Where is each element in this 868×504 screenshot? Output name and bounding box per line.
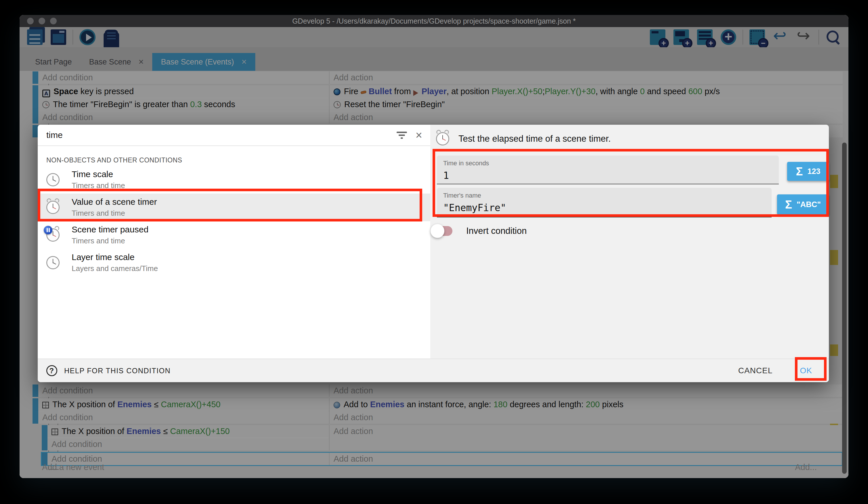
clock-icon <box>46 256 60 269</box>
condition-item-value-of-a-scene-timer[interactable]: Value of a scene timerTimers and time <box>38 193 430 221</box>
item-subtitle: Timers and time <box>72 236 148 245</box>
toggle-knob <box>431 224 444 238</box>
sigma-icon: Σ <box>796 165 803 177</box>
field-label: Time in seconds <box>443 160 773 167</box>
field-value[interactable]: "EnemyFire" <box>443 202 765 213</box>
alarm-paused-icon <box>46 228 60 242</box>
item-text: Layer time scaleLayers and cameras/Time <box>72 252 158 273</box>
clock-icon <box>46 173 60 187</box>
dialog-footer: ? HELP FOR THIS CONDITION CANCEL OK <box>38 359 829 382</box>
search-row: × <box>38 125 430 146</box>
alarm-icon <box>46 201 60 214</box>
condition-detail-panel: Test the elapsed time of a scene timer. … <box>430 125 829 359</box>
item-subtitle: Timers and time <box>72 181 125 190</box>
condition-item-layer-time-scale[interactable]: Layer time scaleLayers and cameras/Time <box>38 249 430 276</box>
section-header: NON-OBJECTS AND OTHER CONDITIONS <box>38 146 430 166</box>
condition-title: Test the elapsed time of a scene timer. <box>458 134 611 144</box>
invert-condition-row: Invert condition <box>433 226 527 236</box>
condition-item-scene-timer-paused[interactable]: Scene timer pausedTimers and time <box>38 221 430 249</box>
help-button[interactable]: ? HELP FOR THIS CONDITION <box>46 365 170 376</box>
timer-name-field[interactable]: Timer's name "EnemyFire" <box>437 188 772 218</box>
time-in-seconds-field[interactable]: Time in seconds 1 <box>437 155 779 184</box>
item-text: Value of a scene timerTimers and time <box>72 197 157 218</box>
ok-button[interactable]: OK <box>800 366 812 375</box>
invert-condition-label: Invert condition <box>466 226 527 236</box>
button-label: "ABC" <box>797 200 821 209</box>
screenshot-root: GDevelop 5 - /Users/dkarakay/Documents/G… <box>0 0 868 504</box>
sigma-icon: Σ <box>785 199 792 210</box>
item-subtitle: Timers and time <box>72 209 157 218</box>
expression-editor-button-string[interactable]: Σ "ABC" <box>777 194 829 214</box>
invert-condition-toggle[interactable] <box>433 226 452 236</box>
condition-header: Test the elapsed time of a scene timer. <box>436 132 611 145</box>
help-label: HELP FOR THIS CONDITION <box>64 367 170 375</box>
field-value[interactable]: 1 <box>443 170 773 181</box>
item-text: Scene timer pausedTimers and time <box>72 225 148 245</box>
filter-icon[interactable] <box>396 130 407 140</box>
item-text: Time scaleTimers and time <box>72 169 125 190</box>
window-title: GDevelop 5 - /Users/dkarakay/Documents/G… <box>292 17 576 26</box>
button-label: 123 <box>807 167 820 176</box>
title-bar: GDevelop 5 - /Users/dkarakay/Documents/G… <box>20 15 848 27</box>
condition-item-time-scale[interactable]: Time scaleTimers and time <box>38 166 430 193</box>
condition-editor-dialog: × NON-OBJECTS AND OTHER CONDITIONS Time … <box>38 125 829 382</box>
cancel-button[interactable]: CANCEL <box>738 366 773 375</box>
search-input[interactable] <box>46 130 396 140</box>
zoom-window-icon[interactable] <box>50 18 57 24</box>
field-label: Timer's name <box>443 192 765 199</box>
item-title: Layer time scale <box>72 252 158 262</box>
close-window-icon[interactable] <box>27 18 34 24</box>
pause-badge-icon <box>44 226 52 234</box>
condition-search-panel: × NON-OBJECTS AND OTHER CONDITIONS Time … <box>38 125 430 359</box>
item-title: Time scale <box>72 169 125 179</box>
alarm-clock-icon <box>436 132 449 145</box>
item-subtitle: Layers and cameras/Time <box>72 264 158 273</box>
close-icon[interactable]: × <box>416 129 422 141</box>
item-title: Value of a scene timer <box>72 197 157 207</box>
expression-editor-button-number[interactable]: Σ 123 <box>787 162 829 181</box>
minimize-window-icon[interactable] <box>39 18 45 24</box>
traffic-lights[interactable] <box>27 18 57 24</box>
condition-list: Time scaleTimers and timeValue of a scen… <box>38 166 430 276</box>
help-icon: ? <box>46 365 57 376</box>
item-title: Scene timer paused <box>72 225 148 234</box>
